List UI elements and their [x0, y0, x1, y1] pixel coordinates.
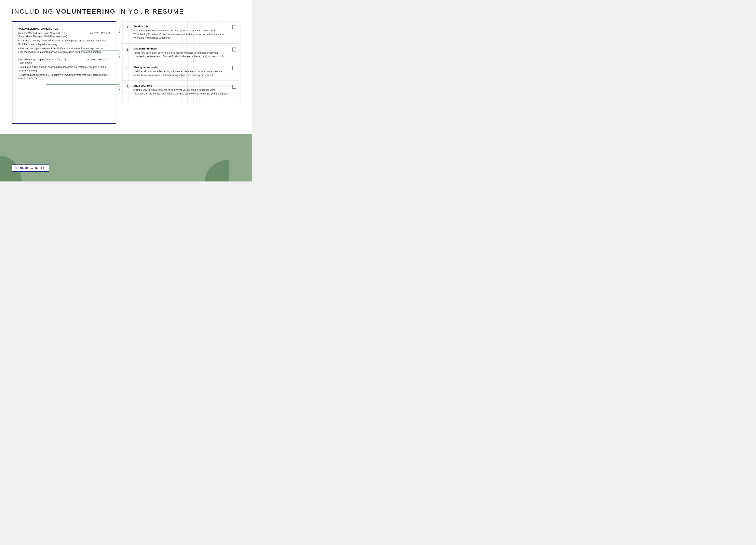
resume-org-name-2: Climate Change Organization, Portland, O…: [18, 58, 66, 61]
resume-org-name-1: Resume Worded Non-Profit, New York, NY: [18, 32, 65, 34]
tip-title-3: Strong action verbs: [133, 66, 228, 69]
resume-role-1: Social Media Manager (Part-Time Voluntee…: [18, 35, 110, 38]
resume-bullet-2-1: • Introduced online platform enabling do…: [18, 65, 110, 72]
tip-title-2: Use hard numbers: [133, 47, 228, 50]
tip-number-4: 4.: [126, 85, 133, 89]
resume-dates-1: Jan 2022 - Present: [89, 32, 110, 34]
tips-card: 1. Section title If your volunteering ex…: [122, 21, 240, 103]
tip-description-2: Notice how each bullet point references …: [133, 51, 228, 58]
tip-content-3: Strong action verbs Just like paid work …: [133, 66, 228, 77]
tip-number-3: 3.: [126, 66, 133, 70]
content-area: VOLUNTEERING EXPERIENCE Resume Worded No…: [12, 21, 240, 124]
tip-title-1: Section title: [133, 25, 228, 28]
brand-footer: RESUME WORDED: [12, 164, 49, 172]
tip-number-1: 1.: [126, 25, 133, 29]
tip-description-4: A simple way to indicate that the roles …: [133, 88, 228, 99]
tip-row-2: 2. Use hard numbers Notice how each bull…: [122, 44, 240, 62]
tip-description-1: If your volunteering experience is subst…: [133, 29, 228, 40]
tip-title-4: State your role: [133, 84, 228, 87]
resume-entry-1-org: Resume Worded Non-Profit, New York, NY J…: [18, 32, 110, 34]
tip-description-3: Just like paid work experience, any volu…: [133, 70, 228, 77]
resume-card: VOLUNTEERING EXPERIENCE Resume Worded No…: [12, 21, 116, 124]
title-part2: IN YOUR RESUME: [116, 8, 184, 15]
brand-resume-text: RESUME: [15, 166, 30, 170]
tip-checkbox-1[interactable]: [232, 25, 236, 29]
tip-row-4: 4. State your role A simple way to indic…: [122, 81, 240, 103]
title-part1: INCLUDING: [12, 8, 56, 15]
tip-checkbox-4[interactable]: [232, 85, 236, 89]
tip-row-3: 3. Strong action verbs Just like paid wo…: [122, 62, 240, 81]
tip-content-1: Section title If your volunteering exper…: [133, 25, 228, 40]
tip-row-1: 1. Section title If your volunteering ex…: [122, 21, 240, 44]
resume-entry-2-org: Climate Change Organization, Portland, O…: [18, 58, 110, 61]
resume-bullet-1-2: • Built and managed a community of 2500+…: [18, 47, 110, 54]
tip-content-2: Use hard numbers Notice how each bullet …: [133, 47, 228, 58]
tip-checkbox-3[interactable]: [232, 66, 236, 70]
resume-dates-2: Jun 2021 - Sept 2021: [86, 58, 110, 61]
resume-bullet-2-2: • Organized and advertised 10+ quarterly…: [18, 73, 110, 80]
title-bold: VOLUNTEERING: [56, 8, 116, 15]
resume-section-title: VOLUNTEERING EXPERIENCE: [18, 27, 110, 30]
brand-box: RESUME WORDED: [12, 164, 49, 172]
page-title: INCLUDING VOLUNTEERING IN YOUR RESUME: [12, 8, 240, 15]
resume-role-2: Team Leader: [18, 61, 110, 64]
tip-number-2: 2.: [126, 48, 133, 52]
resume-bullet-1-1: • Launched a weekly newsletter reaching …: [18, 39, 110, 46]
tip-checkbox-2[interactable]: [232, 48, 236, 51]
tip-content-4: State your role A simple way to indicate…: [133, 84, 228, 99]
brand-worded-text: WORDED: [31, 166, 46, 170]
